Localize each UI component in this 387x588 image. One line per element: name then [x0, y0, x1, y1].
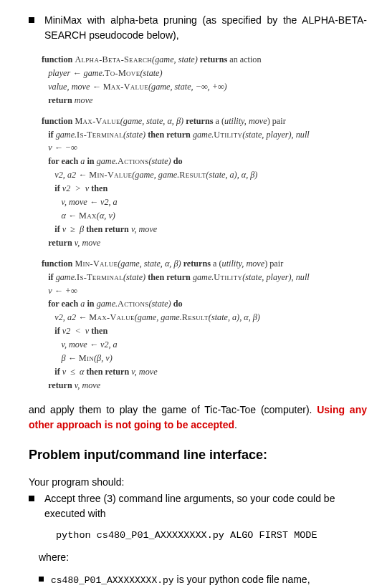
pseudo-line: if v ≥ β then return v, move	[42, 223, 367, 236]
pseudo-line: v2, a2 ← Max-Value(game, game.Result(sta…	[42, 311, 367, 324]
pseudo-line: return move	[42, 94, 367, 107]
pseudo-line: if game.Is-Terminal(state) then return g…	[42, 128, 367, 142]
pseudo-line: v, move ← v2, a	[42, 338, 367, 352]
pseudo-line: if game.Is-Terminal(state) then return g…	[42, 271, 367, 284]
pseudo-line: for each a in game.Actions(state) do	[42, 155, 367, 168]
pseudo-line: v2, a2 ← Min-Value(game, game.Result(sta…	[42, 168, 367, 182]
after-pseudo-paragraph: and apply them to play the game of Tic-T…	[29, 403, 367, 433]
fn-min-value: function Min-Value(game, state, α, β) re…	[42, 257, 367, 392]
pseudo-line: value, move ← Max-Value(game, state, −∞,…	[42, 80, 367, 94]
pseudo-line: return v, move	[42, 236, 367, 250]
pseudo-line: v ← −∞	[42, 141, 367, 155]
pseudo-line: if v ≤ α then return v, move	[42, 365, 367, 379]
fn-alpha-beta-search: function Alpha-Beta-Search(game, state) …	[42, 53, 367, 107]
list-item-text: cs480_P01_AXXXXXXXX.py is your python co…	[51, 572, 310, 588]
pseudo-line: player ← game.To-Move(state)	[42, 67, 367, 80]
pseudo-line: α ← Max(α, v)	[42, 209, 367, 223]
cli-bullet-text: Accept three (3) command line arguments,…	[44, 491, 367, 521]
after-dot: .	[234, 419, 237, 430]
section-heading: Problem input/command line interface:	[29, 445, 367, 465]
pseudo-line: β ← Min(β, v)	[42, 352, 367, 365]
pseudo-line: if v2 < v then	[42, 324, 367, 338]
square-bullet-icon	[39, 577, 44, 582]
intro-bullet: MiniMax with alpha-beta pruning (as spec…	[29, 13, 367, 43]
pseudo-line: return v, move	[42, 379, 367, 392]
square-bullet-icon	[29, 17, 34, 23]
pseudo-line: function Max-Value(game, state, α, β) re…	[42, 115, 367, 128]
intro-bullet-text: MiniMax with alpha-beta pruning (as spec…	[44, 13, 367, 43]
cli-bullet: Accept three (3) command line arguments,…	[29, 491, 367, 521]
pseudocode-block: function Alpha-Beta-Search(game, state) …	[42, 53, 367, 392]
pseudo-line: for each a in game.Actions(state) do	[42, 297, 367, 311]
pseudo-line: v ← +∞	[42, 284, 367, 298]
where-label: where:	[39, 550, 367, 565]
pseudo-line: function Min-Value(game, state, α, β) re…	[42, 257, 367, 271]
pseudo-line: function Alpha-Beta-Search(game, state) …	[42, 53, 367, 67]
fn-max-value: function Max-Value(game, state, α, β) re…	[42, 115, 367, 250]
list-item: cs480_P01_AXXXXXXXX.py is your python co…	[39, 572, 367, 588]
program-should-text: Your program should:	[29, 475, 367, 490]
pseudo-line: v, move ← v2, a	[42, 196, 367, 209]
square-bullet-icon	[29, 496, 34, 501]
pseudo-line: if v2 > v then	[42, 182, 367, 196]
command-line-block: python cs480_P01_AXXXXXXXX.py ALGO FIRST…	[56, 529, 367, 543]
after-text: and apply them to play the game of Tic-T…	[29, 404, 317, 415]
